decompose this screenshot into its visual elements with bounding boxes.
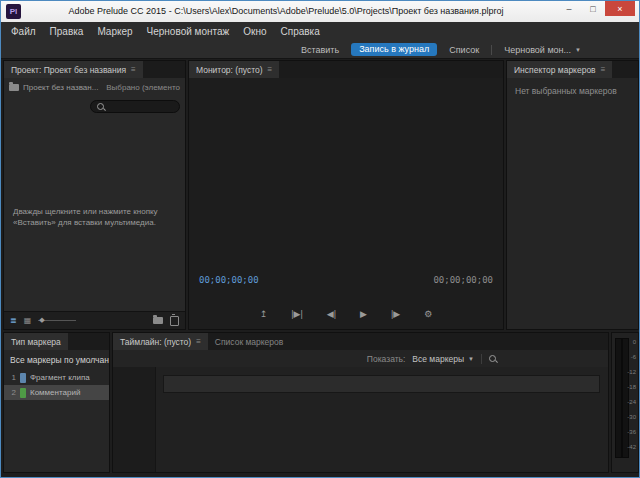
tab-marker-type[interactable]: Тип маркера [4, 333, 68, 350]
project-breadcrumb-row: Проект без назван... Выбрано (элементо [4, 78, 185, 96]
step-back-icon[interactable]: ◀| [327, 310, 336, 319]
zoom-slider-thumb[interactable]: ◆ [39, 316, 44, 323]
meter-tick: -42 [625, 444, 636, 450]
audio-meter-panel: 0 -6 -12 -18 -24 -30 -36 -42 [611, 332, 639, 473]
marker-color-swatch [20, 388, 26, 398]
tab-marker-inspector[interactable]: Инспектор маркеров ≡ [507, 61, 612, 78]
workspace-tab-label: Список [449, 45, 479, 55]
workspace-tab-ingest[interactable]: Вставить [301, 45, 339, 55]
workspace-tab-label: Вставить [301, 45, 339, 55]
panel-menu-icon[interactable]: ≡ [601, 65, 606, 74]
tab-monitor[interactable]: Монитор: (пусто) ≡ [189, 61, 279, 78]
meter-tick: -36 [625, 429, 636, 435]
play-in-to-out-icon[interactable]: |▶| [291, 310, 303, 319]
project-search-input[interactable] [104, 100, 179, 113]
new-bin-icon[interactable] [153, 317, 163, 324]
chevron-down-icon: ▼ [575, 47, 581, 53]
thumbnail-view-icon[interactable]: ▦ [24, 317, 32, 325]
meter-tick: -6 [625, 354, 636, 360]
project-panel-body: Проект без назван... Выбрано (элементо Д… [4, 78, 185, 329]
transport-controls: ↥ |▶| ◀| ▶ |▶ ⚙ [189, 310, 503, 319]
app-icon: Pl [6, 4, 21, 19]
menu-marker[interactable]: Маркер [90, 22, 139, 41]
meter-tick: -12 [625, 369, 636, 375]
menu-bar: Файл Правка Маркер Черновой монтаж Окно … [1, 22, 639, 41]
list-view-icon[interactable]: ≣ [10, 317, 17, 325]
folder-icon [9, 84, 19, 91]
toolbar-divider [481, 354, 482, 364]
search-icon [97, 103, 104, 110]
marker-type-panel: Тип маркера Все маркеры по умолчанию ▼ 1… [3, 332, 110, 473]
tab-marker-inspector-label: Инспектор маркеров [514, 65, 596, 75]
meter-tick: -30 [625, 414, 636, 420]
marker-color-swatch [20, 373, 26, 383]
project-search-box[interactable] [90, 100, 180, 113]
timeline-panel-header: Таймлайн: (пусто) ≡ Список маркеров [113, 333, 608, 351]
meter-tick: -18 [625, 384, 636, 390]
timeline-track-header [113, 367, 156, 472]
settings-wrench-icon[interactable]: ⚙ [424, 310, 432, 319]
marker-type-panel-body: Все маркеры по умолчанию ▼ 1 Фрагмент кл… [4, 350, 109, 472]
monitor-panel-body: 00;00;00;00 00;00;00;00 ↥ |▶| ◀| ▶ |▶ ⚙ [189, 78, 503, 329]
inspector-panel-header: Инспектор маркеров ≡ [507, 61, 638, 79]
workspace-tab-label: Запись в журнал [359, 44, 429, 54]
tab-marker-list-label: Список маркеров [215, 337, 283, 347]
step-forward-icon[interactable]: |▶ [391, 310, 400, 319]
tab-timeline[interactable]: Таймлайн: (пусто) ≡ [113, 333, 208, 350]
panel-menu-icon[interactable]: ≡ [196, 337, 201, 346]
project-item-name[interactable]: Проект без назван... [23, 83, 102, 92]
marker-inspector-panel: Инспектор маркеров ≡ Нет выбранных марке… [506, 60, 639, 330]
close-button[interactable]: × [605, 1, 635, 16]
project-panel-header: Проект: Проект без названия ≡ [4, 61, 185, 79]
menu-file[interactable]: Файл [4, 22, 43, 41]
meter-tick: 0 [625, 339, 636, 345]
delete-icon[interactable] [170, 316, 179, 326]
meter-tick: -24 [625, 399, 636, 405]
monitor-panel: Монитор: (пусто) ≡ 00;00;00;00 00;00;00;… [188, 60, 504, 330]
tab-project[interactable]: Проект: Проект без названия ≡ [4, 61, 143, 78]
panel-menu-icon[interactable]: ≡ [131, 65, 136, 74]
marker-type-row[interactable]: 1 Фрагмент клипа [4, 370, 109, 385]
marker-preset-value: Все маркеры по умолчанию [10, 355, 109, 365]
workspace-tab-logging[interactable]: Запись в журнал [351, 43, 437, 56]
marker-type-row[interactable]: 2 Комментарий [4, 385, 109, 400]
tab-marker-list[interactable]: Список маркеров [208, 333, 290, 350]
current-timecode: 00;00;00;00 [199, 275, 259, 285]
marker-type-label: Комментарий [30, 388, 80, 397]
marker-shortcut-number: 1 [8, 373, 16, 382]
menu-edit[interactable]: Правка [43, 22, 91, 41]
menu-help[interactable]: Справка [274, 22, 327, 41]
project-panel-footer: ≣ ▦ ◆ [4, 311, 185, 329]
workspace-bar: Вставить Запись в журнал Список Черновой… [1, 41, 639, 59]
timeline-empty-track[interactable] [163, 375, 600, 393]
workspace-tab-list[interactable]: Список [449, 45, 479, 55]
window-title: Adobe Prelude CC 2015 - C:\Users\Alex\Do… [29, 1, 543, 22]
marker-shortcut-number: 2 [8, 388, 16, 397]
inspector-empty-text: Нет выбранных маркеров [515, 86, 617, 96]
workspace-divider [491, 45, 492, 55]
marker-filter-dropdown[interactable]: Все маркеры ▼ [412, 354, 474, 364]
search-icon[interactable] [489, 355, 496, 362]
menu-window[interactable]: Окно [236, 22, 273, 41]
title-bar: Pl Adobe Prelude CC 2015 - C:\Users\Alex… [1, 1, 639, 22]
project-panel: Проект: Проект без названия ≡ Проект без… [3, 60, 186, 330]
marker-type-label: Фрагмент клипа [30, 373, 90, 382]
app-window: Pl Adobe Prelude CC 2015 - C:\Users\Alex… [0, 0, 640, 478]
chevron-down-icon: ▼ [468, 356, 474, 362]
export-frame-icon[interactable]: ↥ [260, 310, 268, 319]
marker-type-panel-header: Тип маркера [4, 333, 109, 351]
tab-marker-type-label: Тип маркера [11, 337, 61, 347]
tab-monitor-label: Монитор: (пусто) [196, 65, 263, 75]
zoom-slider[interactable]: ◆ [38, 320, 76, 321]
timeline-panel: Таймлайн: (пусто) ≡ Список маркеров Пока… [112, 332, 609, 473]
workspace-tab-rough-cut[interactable]: Черновой мон... ▼ [504, 45, 581, 55]
audio-meter-left-channel [615, 338, 622, 458]
maximize-button[interactable]: □ [581, 1, 605, 16]
menu-rough-cut[interactable]: Черновой монтаж [140, 22, 237, 41]
minimize-button[interactable]: – [557, 1, 581, 16]
timeline-body [113, 367, 608, 472]
tab-project-label: Проект: Проект без названия [11, 65, 126, 75]
play-icon[interactable]: ▶ [360, 310, 367, 319]
panel-menu-icon[interactable]: ≡ [268, 65, 273, 74]
marker-preset-dropdown[interactable]: Все маркеры по умолчанию ▼ [4, 350, 109, 370]
